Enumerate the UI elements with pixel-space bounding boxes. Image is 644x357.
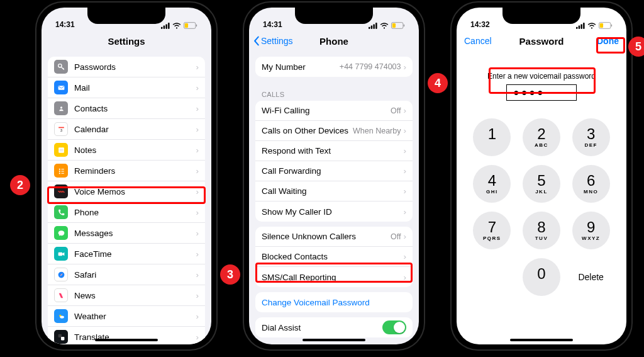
chevron-right-icon: › bbox=[404, 126, 407, 135]
svg-rect-25 bbox=[58, 334, 61, 337]
back-button[interactable]: Settings bbox=[253, 36, 293, 46]
chevron-right-icon: › bbox=[196, 104, 199, 113]
keypad-1[interactable]: 1 bbox=[473, 118, 511, 156]
keypad-3[interactable]: 3DEF bbox=[572, 118, 610, 156]
keypad-0[interactable]: 0 bbox=[523, 258, 560, 296]
step-badge-5: 5 bbox=[628, 37, 644, 57]
row-show-my-caller-id[interactable]: Show My Caller ID› bbox=[255, 201, 413, 222]
status-time: 14:32 bbox=[470, 20, 490, 29]
chevron-left-icon bbox=[253, 36, 260, 46]
nav-bar: Settings Phone bbox=[249, 30, 419, 52]
toggle-dial-assist[interactable] bbox=[382, 320, 406, 334]
wifi-icon bbox=[172, 23, 181, 29]
svg-rect-40 bbox=[583, 23, 584, 29]
screen-password: 14:32 Cancel Password Done Enter a new v… bbox=[457, 8, 626, 344]
home-indicator[interactable] bbox=[510, 339, 573, 341]
keypad-4[interactable]: 4GHI bbox=[473, 165, 511, 203]
phone-icon bbox=[54, 205, 68, 219]
keypad-2[interactable]: 2ABC bbox=[523, 118, 560, 156]
keypad-blank bbox=[473, 258, 511, 296]
translate-icon bbox=[54, 330, 68, 344]
done-button[interactable]: Done bbox=[597, 36, 619, 46]
chevron-right-icon: › bbox=[404, 252, 407, 261]
settings-row-passwords[interactable]: Passwords› bbox=[48, 57, 205, 77]
phone-frame-1: 14:31 Settings Passwords›Mail›Contacts›3… bbox=[35, 1, 218, 351]
notes-icon bbox=[54, 143, 68, 157]
keypad-5[interactable]: 5JKL bbox=[523, 165, 560, 203]
row-label: Reminders bbox=[74, 166, 196, 176]
svg-rect-36 bbox=[404, 25, 404, 27]
phone-frame-2: 14:31 Settings Phone My Number +44 7799 … bbox=[243, 1, 425, 351]
screen-phone-settings: 14:31 Settings Phone My Number +44 7799 … bbox=[249, 8, 419, 344]
facetime-icon bbox=[54, 247, 68, 261]
keypad-6[interactable]: 6MNO bbox=[572, 165, 610, 203]
password-field[interactable]: ●●●● bbox=[506, 84, 577, 101]
settings-row-mail[interactable]: Mail› bbox=[48, 77, 205, 98]
settings-list[interactable]: Passwords›Mail›Contacts›3Calendar›Notes›… bbox=[42, 52, 211, 344]
settings-row-facetime[interactable]: FaceTime› bbox=[48, 244, 205, 264]
svg-rect-42 bbox=[600, 23, 603, 28]
settings-row-reminders[interactable]: Reminders› bbox=[48, 161, 205, 181]
row-dial-assist[interactable]: Dial Assist bbox=[255, 317, 413, 337]
settings-row-calendar[interactable]: 3Calendar› bbox=[48, 119, 205, 140]
svg-point-24 bbox=[60, 315, 64, 318]
keypad-delete[interactable]: Delete bbox=[572, 258, 610, 296]
settings-row-weather[interactable]: Weather› bbox=[48, 306, 205, 327]
status-indicators bbox=[576, 22, 613, 29]
settings-row-notes[interactable]: Notes› bbox=[48, 140, 205, 161]
signal-icon bbox=[576, 23, 585, 29]
voicememos-icon bbox=[54, 184, 68, 198]
settings-row-news[interactable]: News› bbox=[48, 285, 205, 306]
row-wi-fi-calling[interactable]: Wi-Fi CallingOff› bbox=[255, 101, 413, 121]
wifi-icon bbox=[380, 23, 389, 29]
svg-rect-21 bbox=[58, 252, 62, 255]
row-label: Voice Memos bbox=[74, 187, 196, 196]
row-sms-call-reporting[interactable]: SMS/Call Reporting› bbox=[255, 267, 413, 287]
home-indicator[interactable] bbox=[303, 339, 365, 341]
chevron-right-icon: › bbox=[404, 166, 407, 176]
settings-row-translate[interactable]: Translate› bbox=[48, 327, 205, 344]
row-call-waiting[interactable]: Call Waiting› bbox=[255, 181, 413, 201]
settings-row-messages[interactable]: Messages› bbox=[48, 223, 205, 244]
settings-row-phone[interactable]: Phone› bbox=[48, 202, 205, 223]
phone-settings-list[interactable]: My Number +44 7799 474003 › CALLS Wi-Fi … bbox=[249, 52, 419, 344]
svg-rect-12 bbox=[58, 147, 64, 153]
row-silence-unknown-callers[interactable]: Silence Unknown CallersOff› bbox=[255, 227, 413, 247]
row-change-voicemail-password[interactable]: Change Voicemail Password bbox=[255, 292, 413, 312]
chevron-right-icon: › bbox=[196, 270, 199, 280]
row-blocked-contacts[interactable]: Blocked Contacts› bbox=[255, 247, 413, 267]
svg-text:3: 3 bbox=[60, 128, 62, 132]
settings-row-safari[interactable]: Safari› bbox=[48, 264, 205, 285]
svg-rect-38 bbox=[579, 25, 580, 28]
cancel-button[interactable]: Cancel bbox=[464, 36, 492, 46]
chevron-right-icon: › bbox=[404, 146, 407, 156]
row-label: Passwords bbox=[74, 62, 196, 72]
status-bar: 14:32 bbox=[457, 8, 626, 30]
row-calls-on-other-devices[interactable]: Calls on Other DevicesWhen Nearby› bbox=[255, 121, 413, 141]
keypad-9[interactable]: 9WXYZ bbox=[572, 212, 610, 249]
keypad-8[interactable]: 8TUV bbox=[523, 212, 560, 249]
chevron-right-icon: › bbox=[196, 125, 199, 134]
safari-icon bbox=[54, 268, 68, 281]
row-label: Messages bbox=[74, 229, 196, 238]
row-respond-with-text[interactable]: Respond with Text› bbox=[255, 141, 413, 161]
keypad-7[interactable]: 7PQRS bbox=[473, 212, 511, 249]
key-icon bbox=[54, 60, 68, 74]
svg-point-15 bbox=[58, 168, 60, 169]
row-my-number[interactable]: My Number +44 7799 474003 › bbox=[255, 57, 413, 77]
home-indicator[interactable] bbox=[95, 339, 158, 341]
row-label: Contacts bbox=[74, 104, 196, 113]
chevron-right-icon: › bbox=[404, 106, 407, 115]
mail-icon bbox=[54, 81, 68, 94]
svg-rect-43 bbox=[611, 25, 612, 27]
svg-rect-33 bbox=[375, 23, 377, 29]
row-call-forwarding[interactable]: Call Forwarding› bbox=[255, 161, 413, 181]
settings-row-voice-memos[interactable]: Voice Memos› bbox=[48, 181, 205, 202]
dial-assist-footer: Dial assist automatically determines the… bbox=[249, 343, 419, 344]
status-time: 14:31 bbox=[55, 20, 75, 29]
chevron-right-icon: › bbox=[196, 312, 199, 321]
nav-bar: Cancel Password Done bbox=[457, 30, 626, 52]
svg-point-9 bbox=[60, 106, 62, 108]
chevron-right-icon: › bbox=[196, 229, 199, 238]
settings-row-contacts[interactable]: Contacts› bbox=[48, 98, 205, 119]
